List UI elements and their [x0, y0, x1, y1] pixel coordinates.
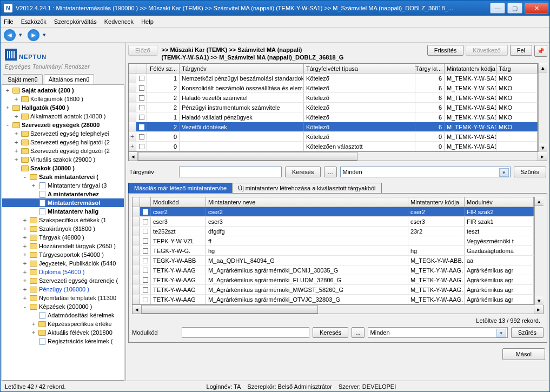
table-row[interactable]: 2Pénzügyi instrumentumok számviteleKötel… [129, 103, 538, 112]
nav-back-button[interactable]: ◄ [4, 29, 16, 41]
tree-node[interactable]: +Diploma (54600 ) [2, 268, 124, 276]
minimize-button[interactable]: — [490, 3, 505, 14]
table-row[interactable]: TETK-Y-W-AAGM_Agrárkémikus agrármérnöki_… [132, 285, 534, 295]
tree-node[interactable]: +Kollégiumok (1800 ) [2, 95, 124, 103]
tree-node[interactable]: A mintatantervhez [2, 190, 124, 198]
search2-button[interactable]: Keresés [313, 327, 348, 338]
menu-tools[interactable]: Eszközök [21, 18, 47, 25]
app-icon: N [4, 4, 12, 12]
tree-node[interactable]: +Tárgyak (46800 ) [2, 233, 124, 242]
search2-filter[interactable]: Szűrés [511, 327, 544, 338]
tree-node[interactable]: +Virtuális szakok (29000 ) [2, 155, 124, 164]
tree-node[interactable]: Mintatanterv hallg [2, 207, 124, 216]
tab-copy-existing[interactable]: Másolás már létező mintatantervbe [128, 183, 233, 193]
table-row[interactable]: +0Kötelező0M_TEMK-Y-W-SA1. [129, 132, 538, 142]
status-login: Loginnév: TA [207, 383, 241, 390]
tree-node[interactable]: +Szervezeti egység telephelyei [2, 129, 124, 138]
table-row[interactable]: 2Vezetői döntésekKötelező6M_TEMK-Y-W-SA1… [129, 122, 538, 132]
grid1-hscroll[interactable]: ◂▸ [128, 152, 547, 161]
search1-combo[interactable]: Minden [340, 167, 511, 177]
menu-file[interactable]: File [4, 18, 14, 25]
grid2-hscroll[interactable]: ◂▸ [132, 305, 544, 314]
table-row[interactable]: TETK-Y-W-AAGM_Agrárkémikus agrármérnöki_… [132, 295, 534, 304]
logo-icon [5, 49, 17, 61]
table-row[interactable]: 1Haladó vállalati pénzügyekKötelező6M_TE… [129, 112, 538, 122]
tree-node[interactable]: +Nyomtatási templatek (11300 [2, 294, 124, 302]
search1-button[interactable]: Keresés [285, 167, 321, 177]
search2-input[interactable] [182, 327, 309, 338]
breadcrumb: >> Műszaki Kar (TEMK) >> Számvitel MA (n… [160, 45, 425, 61]
grid2-recordcount: Letöltve 13 / 992 rekord. [132, 316, 544, 324]
tree-node[interactable]: -Szakok (30800 ) [2, 164, 124, 172]
menu-help[interactable]: Help [141, 18, 154, 25]
status-server: Szerver: DEVELOPEI [339, 383, 396, 390]
status-left: Letöltve 42 / 42 rekord. [5, 383, 66, 390]
window-title: V2012.4.24.1 : Mintatantervmásolás (1900… [16, 5, 453, 11]
nav-tree[interactable]: +Saját adatok (200 )+Kollégiumok (1800 )… [2, 84, 124, 381]
menu-favorites[interactable]: Kedvencek [104, 18, 134, 25]
tree-node[interactable]: +Szakspecifikus értékek (1 [2, 216, 124, 224]
table-row[interactable]: 2Konszolidált beszámoló összeállítása és… [129, 83, 538, 93]
table-row[interactable]: +0Kötelezően választott0M_TEMK-Y-W-SA1. [129, 142, 538, 151]
tree-node[interactable]: Mintatantervmásol [2, 198, 124, 207]
menu-roleswitch[interactable]: Szerepkörváltás [54, 18, 97, 25]
tree-node[interactable]: +Mintatanterv tárgyai (3 [2, 181, 124, 190]
nav-forward-button[interactable]: ► [28, 29, 39, 41]
search2-combo[interactable]: Minden [368, 327, 508, 338]
tree-node[interactable]: +Tárgycsoportok (54000 ) [2, 250, 124, 259]
search2-dots[interactable]: ... [352, 327, 364, 338]
tree-node[interactable]: -Képzések (200000 ) [2, 302, 124, 311]
menubar: File Eszközök Szerepkörváltás Kedvencek … [1, 16, 549, 28]
search1-dots[interactable]: ... [324, 167, 336, 177]
statusbar: Letöltve 42 / 42 rekord. Loginnév: TA Sz… [1, 381, 549, 391]
tree-node[interactable]: +Szervezeti egység dolgozói (2 [2, 147, 124, 155]
up-button[interactable]: Fel [510, 45, 532, 56]
breadcrumb-line2: (TEMK-Y-W-SA1) >> M_Számvitel MA (nappal… [162, 54, 425, 61]
prev-button[interactable]: Előző [128, 45, 157, 56]
tree-node[interactable]: Regisztrációs kérelmek ( [2, 337, 124, 346]
subjects-grid[interactable]: Félév sz...TárgynévTárgyfelvétel típusaT… [128, 63, 538, 152]
tree-node[interactable]: Adatmódosítási kérelmek [2, 311, 124, 320]
tab-create-new[interactable]: Új mintatanterv létrehozása a kiválaszto… [232, 183, 381, 193]
titlebar: N V2012.4.24.1 : Mintatantervmásolás (19… [1, 1, 549, 16]
pin-icon[interactable]: 📌 [534, 45, 547, 57]
table-row[interactable]: TEGK-Y-W-G.hghgGazdaságtudomá [132, 246, 534, 256]
tree-node[interactable]: +Pénzügy (106000 ) [2, 285, 124, 294]
tree-node[interactable]: +Szakirányok (31800 ) [2, 224, 124, 233]
search2-label: Modulkód [132, 329, 178, 336]
tree-node[interactable]: +Aktuális félévek (201800 [2, 328, 124, 337]
table-row[interactable]: te252sztdfgdfg23r2teszt [132, 227, 534, 236]
tree-node[interactable]: +Jegyzetek, Publikációk (5440 [2, 259, 124, 268]
search1-filter[interactable]: Szűrés [514, 167, 546, 177]
table-row[interactable]: 1Nemzetközi pénzügyi beszámolási standar… [129, 74, 538, 83]
table-row[interactable]: TETK-Y-W-AAGM_Agrárkémikus agrármérnöki_… [132, 275, 534, 285]
next-button[interactable]: Következő [466, 45, 507, 56]
grid2-vscroll[interactable]: ▴▾ [534, 197, 544, 305]
copy-button[interactable]: Másol [502, 348, 545, 360]
nav-toolbar: ◄▾ ►▾ [1, 28, 549, 43]
tree-node[interactable]: +Alkalmazotti adatok (14800 ) [2, 112, 124, 121]
grid1-vscroll[interactable]: ▴▾ [538, 63, 547, 152]
table-row[interactable]: 2Haladó vezetői számvitelKötelező6M_TEMK… [129, 93, 538, 103]
maximize-button[interactable]: ▢ [507, 3, 522, 14]
tree-node[interactable]: -Szak mintatantervei ( [2, 172, 124, 181]
search1-input[interactable] [179, 167, 282, 177]
tree-node[interactable]: +Hozzárendelt tárgyak (2650 ) [2, 242, 124, 250]
table-row[interactable]: TETK-Y-W-AAGM_Agrárkémikus agrármérnöki_… [132, 265, 534, 275]
table-row[interactable]: cser2cser2cser2FIR szak2 [132, 207, 534, 217]
curricula-grid[interactable]: ModulkódMintatanterv neveMintatanterv kó… [132, 197, 534, 305]
tab-own-menu[interactable]: Saját menü [3, 74, 43, 84]
logo-block: NEPTUN Egységes Tanulmányi Rendszer [1, 43, 125, 71]
tree-node[interactable]: +Hallgatók (5400 ) [2, 103, 124, 112]
refresh-button[interactable]: Frissítés [427, 45, 464, 56]
table-row[interactable]: cser3cser3cser3FIR szak1 [132, 217, 534, 227]
tab-general-menu[interactable]: Általános menü [44, 74, 95, 84]
tree-node[interactable]: +Saját adatok (200 ) [2, 86, 124, 95]
table-row[interactable]: TEGK-Y-W-ABBM_aa_QDHYL_84094_GM_TEGK-Y-W… [132, 256, 534, 265]
tree-node[interactable]: +Szervezeti egység órarendje ( [2, 276, 124, 285]
tree-node[interactable]: +Szervezeti egység hallgatói (2 [2, 138, 124, 147]
tree-node[interactable]: -Szervezeti egységek (28000 [2, 121, 124, 129]
close-button[interactable]: ✕ [525, 3, 548, 14]
tree-node[interactable]: +Képzésspecifikus értéke [2, 320, 124, 328]
table-row[interactable]: TEPK-Y-W-VZLffVegyészmérnöki t [132, 236, 534, 246]
